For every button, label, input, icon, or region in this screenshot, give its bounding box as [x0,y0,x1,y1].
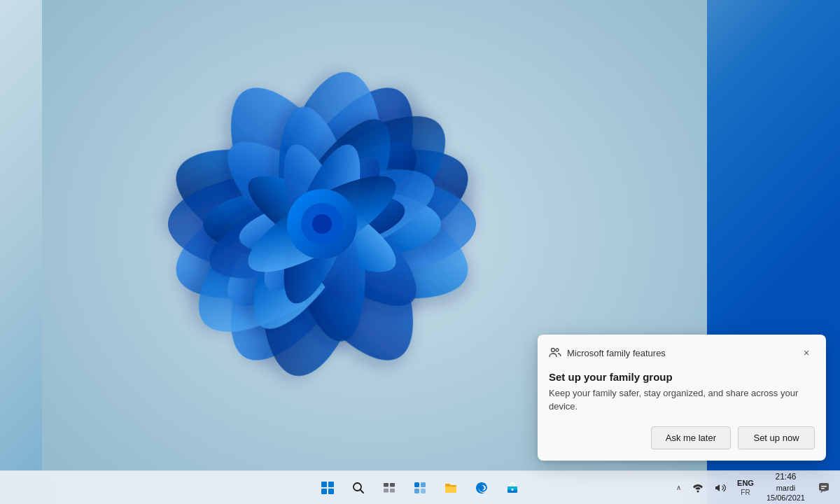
volume-tray-icon[interactable] [710,479,730,496]
svg-point-20 [287,189,357,259]
popup-app-name: Microsoft family features [567,348,666,358]
task-view-icon [382,481,396,495]
popup-close-button[interactable]: × [798,344,815,361]
svg-rect-31 [414,489,419,493]
volume-icon [715,482,726,493]
svg-point-22 [312,214,332,234]
notification-tray-button[interactable] [813,479,834,497]
clock-date: 15/06/2021 [766,493,805,503]
chat-icon [818,482,830,494]
popup-header: Microsoft family features × [538,335,826,368]
svg-point-1 [197,62,448,385]
svg-point-8 [206,118,438,330]
ask-later-button[interactable]: Ask me later [651,426,731,449]
taskbar: ∧ ENG FR 21:46 mardi 15/ [0,470,840,504]
svg-point-12 [229,102,414,346]
svg-line-24 [360,490,363,493]
svg-point-21 [301,203,343,245]
svg-point-3 [158,119,486,330]
svg-point-18 [268,136,376,312]
taskbar-right: ∧ ENG FR 21:46 mardi 15/ [672,471,840,504]
svg-rect-29 [414,482,419,487]
clock-area[interactable]: 21:46 mardi 15/06/2021 [761,470,811,504]
svg-rect-32 [421,489,426,493]
svg-point-7 [168,168,476,280]
popup-header-left: Microsoft family features [549,346,666,359]
clock-day: mardi [776,483,796,493]
taskbar-center [314,474,526,502]
svg-point-9 [203,186,441,262]
popup-title: Set up your family group [549,371,815,383]
svg-rect-39 [821,486,827,487]
setup-now-button[interactable]: Set up now [738,426,815,449]
chevron-icon: ∧ [676,484,681,491]
family-icon [549,346,561,359]
language-label: ENG [737,478,754,488]
svg-rect-26 [390,483,395,487]
edge-button[interactable] [468,474,496,502]
svg-point-13 [197,147,447,301]
svg-point-11 [263,100,380,348]
svg-point-10 [206,118,438,330]
store-icon [505,481,519,495]
svg-point-16 [236,159,408,289]
svg-point-2 [158,119,486,330]
svg-point-6 [168,82,476,365]
start-button[interactable] [314,474,342,502]
search-icon [351,481,365,495]
edge-icon [475,481,489,495]
task-view-button[interactable] [375,474,403,502]
search-button[interactable] [344,474,372,502]
svg-point-37 [697,490,699,492]
popup-actions: Ask me later Set up now [549,426,815,449]
store-button[interactable] [498,474,526,502]
svg-rect-25 [384,483,388,487]
windows-logo-icon [321,482,334,494]
widgets-icon [413,481,427,495]
svg-rect-27 [384,489,388,493]
svg-rect-40 [821,488,825,489]
svg-rect-28 [390,489,395,493]
popup-body: Set up your family group Keep your famil… [538,368,826,461]
popup-description: Keep your family safer, stay organized, … [549,387,815,414]
svg-rect-30 [421,482,426,487]
svg-point-14 [248,143,396,306]
clock-time: 21:46 [775,472,796,483]
svg-rect-36 [512,489,514,491]
svg-point-17 [268,136,376,312]
svg-point-5 [240,62,404,385]
svg-point-23 [354,483,361,491]
network-tray-icon[interactable] [688,479,708,496]
file-explorer-icon [444,481,458,495]
svg-point-41 [552,349,555,352]
file-explorer-button[interactable] [437,474,465,502]
svg-point-4 [197,62,448,385]
locale-label: FR [741,488,750,497]
widgets-button[interactable] [406,474,434,502]
svg-rect-33 [445,486,456,493]
language-tray[interactable]: ENG FR [733,477,758,498]
svg-point-42 [556,349,559,351]
network-icon [692,482,704,493]
notification-popup: Microsoft family features × Set up your … [538,335,826,461]
svg-point-19 [236,159,408,289]
svg-point-15 [234,183,410,265]
system-tray-chevron[interactable]: ∧ [672,481,685,494]
